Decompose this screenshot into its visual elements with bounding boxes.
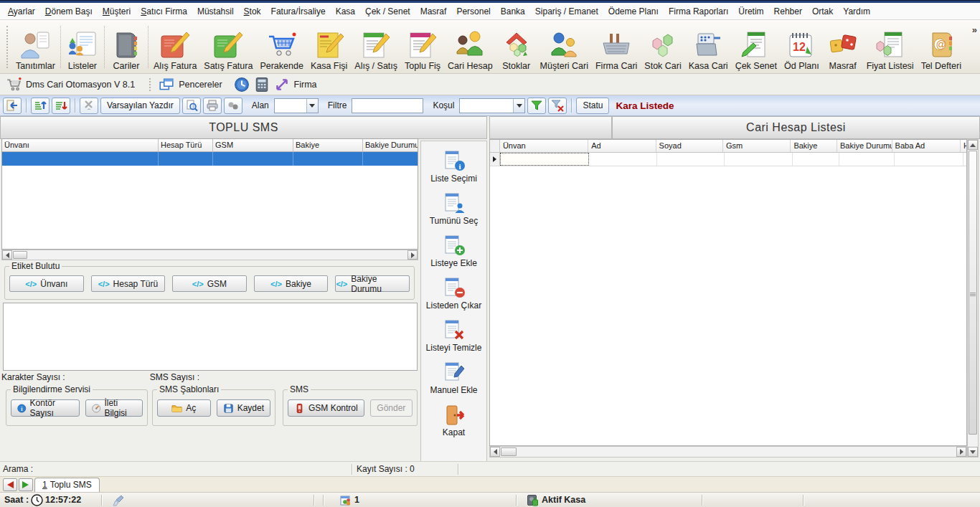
- column-header[interactable]: Bakiye: [293, 139, 363, 151]
- toolbar-perakende-button[interactable]: Perakende: [256, 22, 306, 72]
- column-header[interactable]: Bakiye Durumu: [837, 140, 892, 152]
- tag-unvani-button[interactable]: </>Ünvanı: [9, 275, 84, 292]
- print-button[interactable]: [203, 98, 222, 114]
- menu-masraf[interactable]: Masraf: [415, 4, 452, 19]
- toolbar-firma-cari-button[interactable]: Firma Cari: [592, 22, 641, 72]
- toolbar-kasa-cari-button[interactable]: Kasa Cari: [685, 22, 732, 72]
- column-header[interactable]: Hesap Türü: [159, 139, 213, 151]
- listeyi-temizle-button[interactable]: Listeyi Temizle: [423, 318, 486, 357]
- menu-ayarlar[interactable]: Ayarlar: [3, 4, 40, 19]
- menu-satici-firma[interactable]: Satıcı Firma: [136, 4, 192, 19]
- kontor-sayisi-button[interactable]: i Kontör Sayısı: [11, 399, 80, 417]
- column-header[interactable]: Baba Ad: [892, 140, 961, 152]
- pencereler-label[interactable]: Pencereler: [179, 80, 222, 90]
- sms-message-textarea[interactable]: [3, 303, 418, 371]
- cell-bakiye-durumu[interactable]: [839, 153, 895, 166]
- tab-next-button[interactable]: [19, 478, 33, 491]
- default-print-button[interactable]: Varsayılan Yazdır: [100, 98, 180, 114]
- scroll-left-arrow[interactable]: [2, 250, 12, 260]
- ac-button[interactable]: Aç: [157, 399, 211, 417]
- cell[interactable]: [963, 153, 966, 166]
- toolbar-stok-cari-button[interactable]: Stok Cari: [641, 22, 684, 72]
- print-preview-button[interactable]: [182, 98, 201, 114]
- listeye-ekle-button[interactable]: Listeye Ekle: [423, 233, 486, 273]
- cell-gsm[interactable]: [725, 153, 793, 166]
- column-header[interactable]: Ünvan: [500, 140, 588, 152]
- tag-bakiye-button[interactable]: </>Bakiye: [254, 275, 329, 292]
- table-row[interactable]: [490, 153, 966, 166]
- toolbar-kasa-fisi-button[interactable]: Kasa Fişi: [307, 22, 351, 72]
- transfer-arrows-icon[interactable]: [274, 77, 290, 93]
- column-header[interactable]: Gsm: [723, 140, 791, 152]
- ileti-bilgisi-button[interactable]: İleti Bilgisi: [85, 399, 143, 417]
- tab-prev-button[interactable]: [3, 478, 17, 491]
- scroll-up-arrow[interactable]: [968, 140, 978, 150]
- sort-ascending-button[interactable]: [31, 98, 50, 114]
- menu-fatura-irsaliye[interactable]: Fatura/İrsaliye: [266, 4, 331, 19]
- sort-descending-button[interactable]: [52, 98, 70, 114]
- exit-button[interactable]: [3, 98, 22, 114]
- apply-filter-button[interactable]: [527, 98, 546, 114]
- copy-button[interactable]: [224, 98, 242, 114]
- column-header[interactable]: Soyad: [656, 140, 723, 152]
- toolbar-listeler-button[interactable]: Listeler: [62, 22, 103, 72]
- toolbar-cari-hesap-button[interactable]: Cari Hesap: [444, 22, 496, 72]
- tag-hesap-turu-button[interactable]: </>Hesap Türü: [91, 275, 166, 292]
- menu-donem-basi[interactable]: Dönem Başı: [40, 4, 98, 19]
- statu-button[interactable]: Statu: [576, 98, 609, 114]
- toolbar-tanitimlar-button[interactable]: Tanıtımlar: [12, 22, 59, 72]
- left-grid-hscrollbar[interactable]: [1, 250, 418, 260]
- cell-ad[interactable]: [589, 153, 657, 166]
- toolbar-cek-senet-button[interactable]: Çek Senet: [732, 22, 781, 72]
- clock-blue-icon[interactable]: [234, 77, 250, 93]
- filtre-input[interactable]: [352, 98, 423, 113]
- windows-icon[interactable]: [159, 77, 174, 93]
- cell-baba-ad[interactable]: [895, 153, 963, 166]
- toplu-sms-grid[interactable]: Ünvanı Hesap Türü GSM Bakiye Bakiye Duru…: [1, 138, 418, 250]
- chevron-down-icon[interactable]: [306, 99, 318, 113]
- kaydet-button[interactable]: Kaydet: [217, 399, 270, 417]
- toolbar-fiyat-listesi-button[interactable]: Fiyat Listesi: [863, 22, 918, 72]
- menu-firma-raporlari[interactable]: Firma Raporları: [664, 4, 733, 19]
- chevron-down-icon[interactable]: [513, 99, 524, 113]
- calculator-icon[interactable]: [254, 77, 270, 93]
- toolbar-cariler-button[interactable]: Cariler: [106, 22, 146, 72]
- tab-toplu-sms[interactable]: 1 Toplu SMS: [34, 478, 100, 492]
- scroll-down-arrow[interactable]: [968, 447, 978, 457]
- toolbar-overflow-chevron[interactable]: »: [972, 24, 977, 35]
- cari-hesap-grid[interactable]: Ünvan Ad Soyad Gsm Bakiye Bakiye Durumu …: [489, 139, 967, 446]
- tag-bakiye-durumu-button[interactable]: </>Bakiye Durumu: [335, 275, 410, 292]
- cell-unvan[interactable]: [500, 153, 589, 166]
- column-header[interactable]: Ünvanı: [2, 139, 159, 151]
- toolbar-stoklar-button[interactable]: Stoklar: [496, 22, 537, 72]
- scroll-right-arrow[interactable]: [407, 250, 418, 260]
- liste-secimi-button[interactable]: i Liste Seçimi: [423, 148, 486, 188]
- right-grid-vscrollbar[interactable]: [967, 139, 979, 458]
- selected-row[interactable]: [2, 152, 418, 166]
- menu-ortak[interactable]: Ortak: [807, 4, 838, 19]
- menu-personel[interactable]: Personel: [451, 4, 495, 19]
- toolbar-alis-fatura-button[interactable]: Alış Fatura: [150, 22, 200, 72]
- firma-label[interactable]: Firma: [294, 80, 317, 90]
- column-header[interactable]: Bakiye: [791, 140, 837, 152]
- kosul-combobox[interactable]: [459, 98, 525, 113]
- toolbar-toplu-fis-button[interactable]: Toplu Fiş: [401, 22, 444, 72]
- tumunu-sec-button[interactable]: Tumünü Seç: [423, 191, 486, 230]
- column-header[interactable]: Ad: [588, 140, 656, 152]
- scrollbar-thumb[interactable]: [13, 251, 27, 259]
- column-header[interactable]: Bakiye Durumu: [363, 139, 418, 151]
- menu-banka[interactable]: Banka: [496, 4, 530, 19]
- menu-uretim[interactable]: Üretim: [733, 4, 768, 19]
- cart-small-icon[interactable]: [6, 77, 22, 93]
- scroll-right-arrow[interactable]: [956, 447, 966, 457]
- toolbar-alis-satis-button[interactable]: Alış / Satış: [351, 22, 401, 72]
- kapat-button[interactable]: Kapat: [423, 402, 486, 442]
- toolbar-musteri-cari-button[interactable]: Müşteri Cari: [537, 22, 592, 72]
- cell-bakiye[interactable]: [793, 153, 839, 166]
- menu-rehber[interactable]: Rehber: [769, 4, 807, 19]
- toolbar-satis-fatura-button[interactable]: Satış Fatura: [200, 22, 256, 72]
- listeden-cikar-button[interactable]: Listeden Çıkar: [423, 275, 486, 315]
- toolbar-od-plani-button[interactable]: 12 Öd Planı: [781, 22, 823, 72]
- menu-stok[interactable]: Stok: [239, 4, 266, 19]
- menu-yardim[interactable]: Yardım: [838, 4, 875, 19]
